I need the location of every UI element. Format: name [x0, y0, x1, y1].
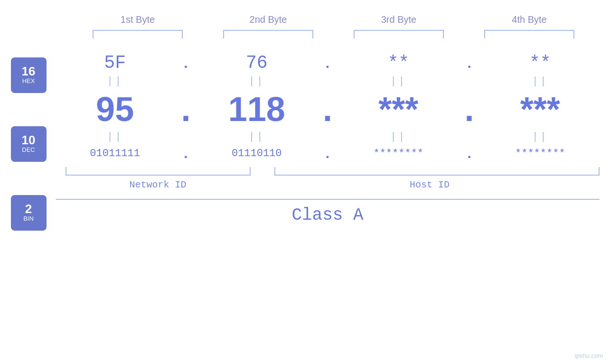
host-id-label: Host ID [260, 179, 600, 190]
hex-badge: 16 HEX [11, 57, 47, 93]
bracket-top-2 [223, 30, 313, 38]
hostid-bracket [274, 167, 600, 176]
hex-val-2: 76 [202, 53, 311, 73]
equals-row-1: || || || || [56, 73, 600, 90]
bracket-labels: Network ID Host ID [56, 179, 600, 190]
byte-label-2: 2nd Byte [216, 14, 320, 25]
dec-val-4: *** [486, 90, 595, 129]
dot-dec-2: . [320, 90, 335, 129]
bin-row: 01011111 . 01110110 . ******** . *******… [56, 145, 600, 161]
network-id-label: Network ID [56, 179, 260, 190]
bracket-top-4 [484, 30, 574, 38]
content-area: 16 HEX 10 DEC 2 BIN 5F . 76 . ** . ** [11, 53, 600, 264]
bin-val-2: 01110110 [202, 148, 311, 159]
hex-val-1: 5F [60, 53, 169, 73]
dec-badge: 10 DEC [11, 126, 47, 162]
watermark: ipshu.com [575, 352, 603, 359]
eq1-4: || [486, 75, 595, 87]
dot-hex-1: . [178, 55, 193, 71]
bin-val-4: ******** [486, 148, 595, 159]
top-brackets [73, 30, 595, 38]
eq2-3: || [344, 131, 453, 143]
bin-val-1: 01011111 [60, 148, 169, 159]
eq2-1: || [60, 131, 169, 143]
netid-bracket [66, 167, 251, 176]
hex-val-3: ** [344, 53, 453, 73]
dot-hex-3: . [462, 55, 477, 71]
eq2-2: || [202, 131, 311, 143]
dec-val-1: 95 [60, 90, 169, 129]
byte-label-3: 3rd Byte [347, 14, 451, 25]
eq1-3: || [344, 75, 453, 87]
dot-bin-1: . [178, 145, 193, 161]
eq2-4: || [486, 131, 595, 143]
dot-hex-2: . [320, 55, 335, 71]
dot-bin-3: . [462, 145, 477, 161]
dot-dec-1: . [178, 90, 193, 129]
main-container: 1st Byte 2nd Byte 3rd Byte 4th Byte 16 H… [0, 0, 610, 364]
byte-headers: 1st Byte 2nd Byte 3rd Byte 4th Byte [73, 14, 595, 25]
byte-label-4: 4th Byte [477, 14, 582, 25]
class-row: Class A [56, 199, 600, 225]
eq1-1: || [60, 75, 169, 87]
hex-row: 5F . 76 . ** . ** [56, 53, 600, 73]
byte-label-1: 1st Byte [85, 14, 190, 25]
bottom-bracket-area: Network ID Host ID [56, 167, 600, 190]
bracket-top-1 [93, 30, 183, 38]
bracket-top-3 [354, 30, 444, 38]
eq1-2: || [202, 75, 311, 87]
class-label: Class A [291, 205, 363, 225]
bin-val-3: ******** [344, 148, 453, 159]
dec-val-2: 118 [202, 90, 311, 129]
dec-val-3: *** [344, 90, 453, 129]
dot-dec-3: . [462, 90, 477, 129]
hex-val-4: ** [486, 53, 595, 73]
bin-badge: 2 BIN [11, 195, 47, 231]
bottom-brackets [56, 167, 600, 176]
dot-bin-2: . [320, 145, 335, 161]
base-column: 16 HEX 10 DEC 2 BIN [11, 57, 47, 264]
values-grid: 5F . 76 . ** . ** || || || || 95 [56, 53, 600, 225]
dec-row: 95 . 118 . *** . *** [56, 90, 600, 129]
equals-row-2: || || || || [56, 129, 600, 145]
